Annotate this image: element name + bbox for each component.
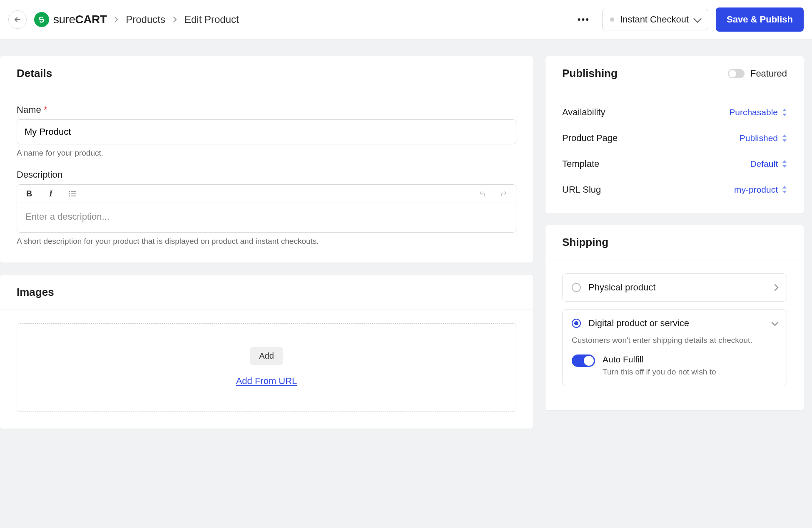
auto-fulfill-description: Turn this off if you do not wish to	[603, 366, 716, 378]
chevron-right-icon	[173, 16, 177, 23]
featured-label: Featured	[750, 68, 787, 79]
undo-button[interactable]	[477, 191, 488, 197]
url-slug-select[interactable]: my-product	[734, 185, 787, 195]
description-editor: B I	[17, 184, 516, 233]
digital-description: Customers won't enter shipping details a…	[572, 335, 777, 346]
images-dropzone[interactable]: Add Add From URL	[17, 323, 516, 412]
more-menu-button[interactable]: •••	[573, 11, 595, 28]
redo-button[interactable]	[498, 191, 509, 197]
name-help: A name for your product.	[17, 149, 516, 158]
select-icon	[782, 160, 787, 168]
images-title: Images	[17, 286, 54, 299]
back-button[interactable]	[8, 10, 27, 29]
list-button[interactable]	[67, 191, 78, 197]
chevron-down-icon	[693, 15, 702, 23]
auto-fulfill-toggle[interactable]	[572, 354, 595, 367]
shipping-title: Shipping	[562, 236, 608, 249]
topbar: S sureCART Products Edit Product ••• Ins…	[0, 0, 812, 40]
product-page-label: Product Page	[562, 133, 618, 144]
url-slug-label: URL Slug	[562, 184, 601, 195]
availability-select[interactable]: Purchasable	[729, 107, 787, 117]
select-icon	[782, 186, 787, 193]
add-from-url-link[interactable]: Add From URL	[236, 376, 297, 387]
description-help: A short description for your product tha…	[17, 237, 516, 246]
description-textarea[interactable]: Enter a description...	[17, 203, 516, 232]
details-title: Details	[17, 67, 52, 80]
brand-logo: S sureCART	[34, 12, 107, 27]
radio-physical[interactable]	[572, 283, 581, 292]
details-card: Details Name * A name for your product. …	[0, 56, 533, 263]
publishing-card: Publishing Featured Availability Purchas…	[545, 56, 804, 213]
name-label: Name *	[17, 104, 516, 115]
instant-checkout-label: Instant Checkout	[620, 14, 689, 25]
select-icon	[782, 134, 787, 142]
radio-digital[interactable]	[572, 319, 581, 328]
shipping-option-physical[interactable]: Physical product	[562, 273, 787, 302]
select-icon	[782, 109, 787, 116]
save-publish-button[interactable]: Save & Publish	[716, 7, 804, 32]
brand-text: sureCART	[53, 13, 107, 26]
editor-toolbar: B I	[17, 185, 516, 203]
list-icon	[69, 191, 76, 197]
template-label: Template	[562, 159, 599, 169]
auto-fulfill-title: Auto Fulfill	[603, 354, 716, 364]
featured-toggle-wrap: Featured	[728, 68, 787, 79]
arrow-left-icon	[14, 16, 21, 23]
svg-point-5	[69, 193, 70, 194]
images-card: Images Add Add From URL	[0, 275, 533, 429]
undo-icon	[478, 191, 486, 197]
publishing-title: Publishing	[562, 67, 618, 80]
shipping-option-digital[interactable]: Digital product or service Customers won…	[562, 309, 787, 386]
product-page-select[interactable]: Published	[740, 133, 787, 143]
italic-button[interactable]: I	[45, 189, 56, 198]
status-dot-icon	[610, 17, 614, 22]
availability-label: Availability	[562, 107, 605, 118]
chevron-right-icon	[114, 16, 118, 23]
shipping-card: Shipping Physical product Digital produc…	[545, 225, 804, 410]
bold-button[interactable]: B	[24, 189, 35, 198]
featured-toggle[interactable]	[728, 69, 745, 78]
logo-icon: S	[34, 12, 49, 27]
chevron-down-icon	[772, 319, 779, 326]
chevron-right-icon	[772, 284, 779, 291]
digital-label: Digital product or service	[588, 318, 765, 329]
breadcrumb-products[interactable]: Products	[126, 14, 165, 25]
physical-label: Physical product	[588, 282, 765, 293]
svg-point-6	[69, 195, 70, 196]
add-image-button[interactable]: Add	[250, 347, 283, 365]
template-select[interactable]: Default	[750, 159, 787, 169]
description-label: Description	[17, 169, 516, 180]
breadcrumb-current: Edit Product	[184, 14, 239, 25]
svg-point-4	[69, 191, 70, 192]
redo-icon	[500, 191, 508, 197]
instant-checkout-dropdown[interactable]: Instant Checkout	[602, 9, 708, 30]
name-input[interactable]	[17, 119, 516, 144]
